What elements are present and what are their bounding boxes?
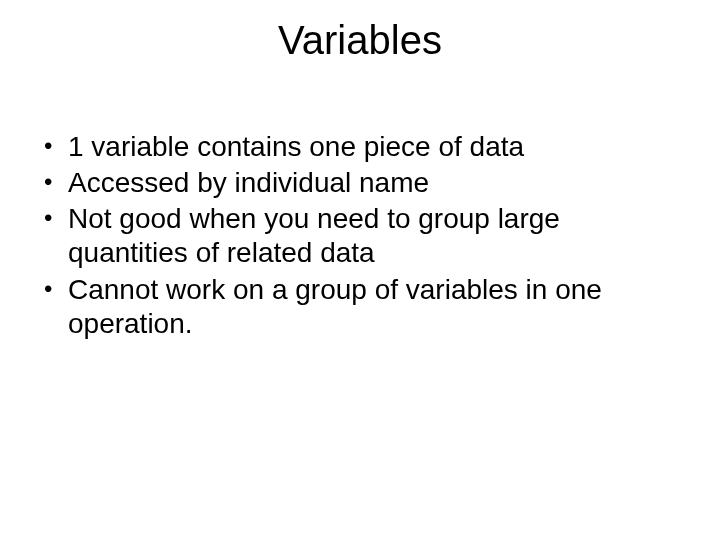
slide: Variables 1 variable contains one piece …: [0, 0, 720, 540]
list-item: Not good when you need to group large qu…: [42, 202, 672, 270]
list-item: 1 variable contains one piece of data: [42, 130, 672, 164]
list-item: Accessed by individual name: [42, 166, 672, 200]
list-item: Cannot work on a group of variables in o…: [42, 273, 672, 341]
slide-title: Variables: [0, 18, 720, 63]
slide-body: 1 variable contains one piece of data Ac…: [42, 130, 672, 343]
bullet-list: 1 variable contains one piece of data Ac…: [42, 130, 672, 341]
